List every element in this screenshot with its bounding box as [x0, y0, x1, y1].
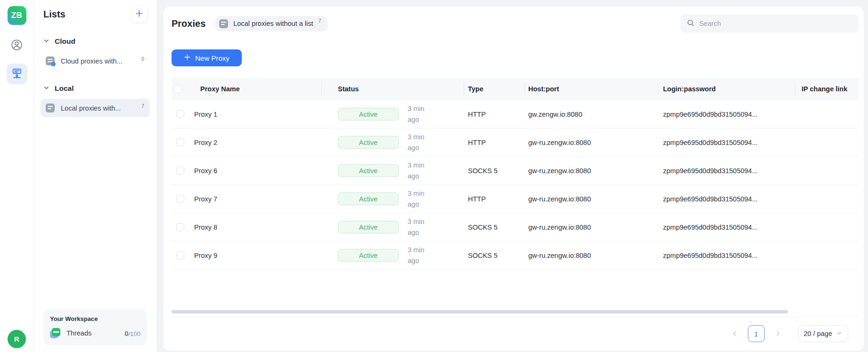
proxy-name: Proxy 2 [194, 139, 217, 146]
current-list-count: 7 [319, 18, 321, 24]
table-body: Proxy 1 Active 3 min ago HTTP gw.zengw.i… [172, 100, 859, 270]
row-checkbox[interactable] [176, 251, 184, 259]
table-row[interactable]: Proxy 6 Active 3 min ago SOCKS 5 gw-ru.z… [172, 157, 859, 185]
page-number-button[interactable]: 1 [748, 325, 765, 342]
table-row[interactable]: Proxy 1 Active 3 min ago HTTP gw.zengw.i… [172, 100, 859, 128]
section-label: Local [55, 84, 74, 93]
lists-sidebar: Lists Cloud Cloud proxies with... 0 [34, 0, 156, 352]
proxy-type: HTTP [468, 195, 486, 203]
current-list-label: Local proxies without a list [233, 20, 313, 27]
updated-ago-text: 3 min ago [408, 245, 431, 266]
section-local: Local Local proxies with... 7 [41, 84, 150, 117]
table-header: Proxy Name Status Type Host:port Login:p… [172, 78, 859, 100]
proxy-type: SOCKS 5 [468, 252, 498, 259]
ip-change-link-cell [795, 157, 859, 184]
prev-page-button[interactable] [729, 328, 740, 339]
user-icon [10, 39, 23, 53]
section-header-local[interactable]: Local [41, 84, 150, 93]
main-area: Proxies Local proxies without a list 7 [156, 0, 868, 352]
column-header-status: Status [338, 85, 359, 93]
proxy-host-port: gw-ru.zengw.io:8080 [528, 224, 591, 231]
chevron-down-icon [836, 330, 842, 337]
list-icon [219, 19, 228, 28]
proxy-login-password: zpmp9e695d0d9bd31505094... [663, 111, 758, 118]
icon-rail: ZB R [0, 0, 34, 352]
proxy-name: Proxy 7 [194, 195, 217, 203]
column-header-host-port: Host:port [528, 85, 559, 93]
ip-change-link-cell [795, 100, 859, 128]
workspace-card: Your Workspace Threads 0/100 [43, 309, 147, 345]
current-list-badge[interactable]: Local proxies without a list 7 [215, 16, 327, 32]
status-badge: Active [338, 108, 399, 120]
proxy-host-port: gw-ru.zengw.io:8080 [528, 252, 591, 259]
sidebar-title: Lists [43, 9, 66, 20]
proxy-host-port: gw-ru.zengw.io:8080 [528, 195, 591, 203]
new-proxy-button[interactable]: New Proxy [172, 49, 242, 66]
workspace-title: Your Workspace [50, 315, 140, 322]
proxy-name: Proxy 6 [194, 167, 217, 175]
proxy-login-password: zpmp9e695d0d9bd31505094... [663, 224, 758, 231]
proxy-host-port: gw-ru.zengw.io:8080 [528, 139, 591, 146]
list-item-label: Cloud proxies with... [61, 57, 123, 65]
column-header-login-password: Login:password [663, 85, 716, 93]
threads-icon [50, 328, 60, 338]
proxies-table: Proxy Name Status Type Host:port Login:p… [172, 78, 859, 316]
proxies-card: Proxies Local proxies without a list 7 [164, 7, 864, 351]
section-cloud: Cloud Cloud proxies with... 0 [41, 37, 150, 70]
proxy-type: SOCKS 5 [468, 224, 498, 231]
page-title: Proxies [172, 18, 205, 29]
table-row[interactable]: Proxy 7 Active 3 min ago HTTP gw-ru.zeng… [172, 185, 859, 213]
scrollbar-thumb[interactable] [172, 310, 788, 313]
next-page-button[interactable] [773, 328, 783, 339]
list-icon [46, 104, 55, 112]
column-header-ip-change-link: IP change link [802, 85, 847, 93]
sidebar-item-account[interactable] [7, 35, 27, 56]
sidebar-item-proxies[interactable] [7, 64, 27, 84]
table-row[interactable]: Proxy 8 Active 3 min ago SOCKS 5 gw-ru.z… [172, 213, 859, 241]
proxy-type: HTTP [468, 139, 486, 146]
proxy-login-password: zpmp9e695d0d9bd31505094... [663, 139, 758, 146]
search-input[interactable] [699, 20, 852, 27]
search-icon [687, 19, 695, 29]
status-badge: Active [338, 136, 399, 149]
proxy-server-icon [10, 66, 24, 81]
sidebar-item-cloud-proxies[interactable]: Cloud proxies with... 0 [41, 52, 150, 70]
row-checkbox[interactable] [176, 110, 184, 118]
ip-change-link-cell [795, 241, 859, 269]
select-all-checkbox[interactable] [174, 85, 182, 93]
list-item-label: Local proxies with... [61, 104, 121, 112]
section-header-cloud[interactable]: Cloud [41, 37, 150, 46]
list-item-count: 0 [141, 56, 146, 62]
proxy-login-password: zpmp9e695d0d9bd31505094... [663, 195, 758, 203]
status-badge: Active [338, 164, 399, 177]
proxy-host-port: gw.zengw.io:8080 [528, 111, 582, 118]
chevron-down-icon [43, 37, 49, 46]
ip-change-link-cell [795, 128, 859, 156]
page-size-select[interactable]: 20 / page [798, 325, 848, 342]
page-size-value: 20 / page [804, 330, 832, 337]
updated-ago-text: 3 min ago [408, 160, 431, 182]
section-label: Cloud [55, 37, 75, 46]
column-header-proxy-name: Proxy Name [200, 85, 240, 93]
app-logo[interactable]: ZB [8, 6, 26, 25]
proxy-type: SOCKS 5 [468, 167, 498, 175]
row-checkbox[interactable] [176, 195, 184, 203]
row-checkbox[interactable] [176, 167, 184, 175]
status-badge: Active [338, 192, 399, 205]
add-list-button[interactable] [131, 6, 148, 23]
plus-icon [184, 54, 191, 62]
search-box [680, 15, 859, 32]
column-header-type: Type [468, 85, 483, 93]
plus-icon [135, 9, 144, 20]
proxy-name: Proxy 9 [194, 252, 217, 259]
ip-change-link-cell [795, 185, 859, 213]
row-checkbox[interactable] [176, 223, 184, 231]
status-badge: Active [338, 221, 399, 233]
status-badge: Active [338, 249, 399, 262]
row-checkbox[interactable] [176, 138, 184, 146]
user-avatar[interactable]: R [8, 330, 26, 348]
table-row[interactable]: Proxy 2 Active 3 min ago HTTP gw-ru.zeng… [172, 128, 859, 157]
table-row[interactable]: Proxy 9 Active 3 min ago SOCKS 5 gw-ru.z… [172, 241, 859, 270]
sidebar-item-local-proxies[interactable]: Local proxies with... 7 [41, 99, 150, 117]
list-icon [46, 56, 55, 65]
